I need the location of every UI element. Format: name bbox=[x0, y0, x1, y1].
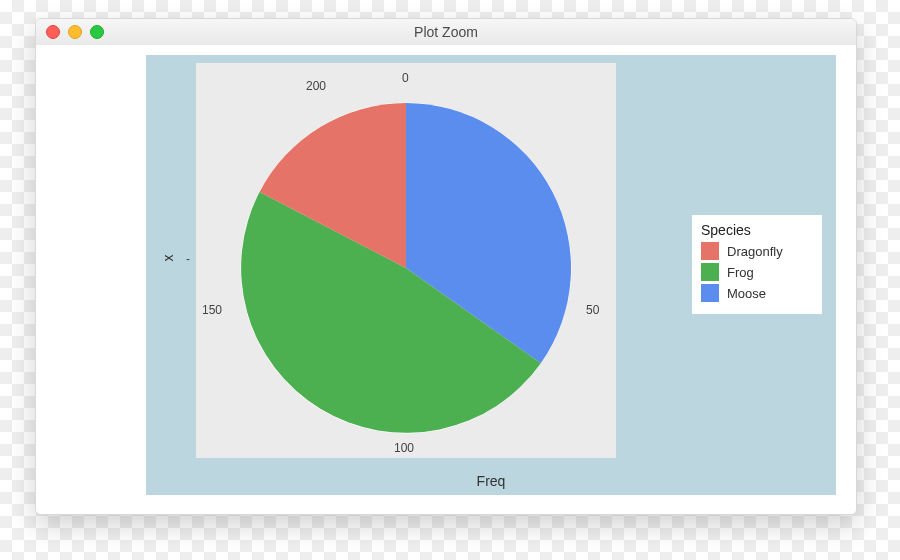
legend-item-dragonfly: Dragonfly bbox=[701, 242, 813, 260]
x-axis-label: Freq bbox=[146, 473, 836, 489]
close-icon[interactable] bbox=[46, 25, 60, 39]
legend-item-frog: Frog bbox=[701, 263, 813, 281]
plot-panel: 0 50 100 150 200 bbox=[196, 63, 616, 458]
plot-background: x - bbox=[146, 55, 836, 495]
pie-chart bbox=[196, 63, 616, 458]
legend-item-moose: Moose bbox=[701, 284, 813, 302]
legend-label: Frog bbox=[727, 265, 754, 280]
swatch-icon bbox=[701, 263, 719, 281]
tick-50: 50 bbox=[586, 303, 599, 317]
swatch-icon bbox=[701, 284, 719, 302]
window-content: x - bbox=[36, 45, 856, 514]
tick-200: 200 bbox=[306, 79, 326, 93]
window-titlebar: Plot Zoom bbox=[36, 19, 856, 46]
tick-0: 0 bbox=[402, 71, 409, 85]
window-controls bbox=[46, 25, 104, 39]
legend-label: Moose bbox=[727, 286, 766, 301]
tick-150: 150 bbox=[202, 303, 222, 317]
window-title: Plot Zoom bbox=[414, 24, 478, 40]
legend: Species Dragonfly Frog Moose bbox=[692, 215, 822, 314]
zoom-icon[interactable] bbox=[90, 25, 104, 39]
tick-100: 100 bbox=[394, 441, 414, 455]
y-axis-label: x bbox=[160, 255, 176, 262]
y-axis-tick: - bbox=[186, 252, 190, 266]
legend-title: Species bbox=[701, 222, 813, 238]
legend-label: Dragonfly bbox=[727, 244, 783, 259]
minimize-icon[interactable] bbox=[68, 25, 82, 39]
swatch-icon bbox=[701, 242, 719, 260]
plot-zoom-window: Plot Zoom x - bbox=[35, 18, 857, 515]
